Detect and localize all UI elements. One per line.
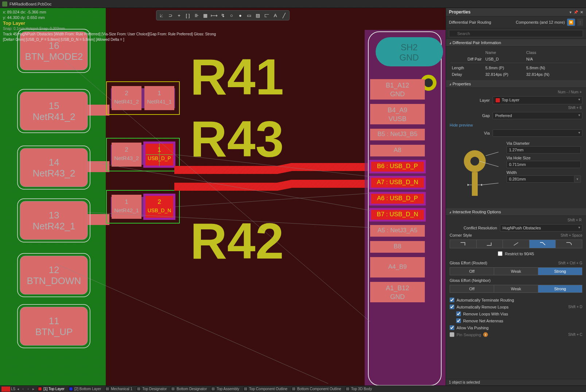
svg-point-1234 [236, 376, 237, 376]
gloss-neighbor-off[interactable]: Off [450, 285, 494, 293]
chk-via-push[interactable] [450, 325, 454, 330]
via-hole-input[interactable] [507, 161, 581, 168]
svg-point-780 [149, 253, 149, 253]
chk-remove-vias[interactable] [456, 311, 461, 316]
gloss-neighbor-strong[interactable]: Strong [538, 285, 582, 293]
layer-nav-next[interactable]: › [26, 387, 31, 391]
svg-point-266 [44, 376, 44, 376]
route-icon[interactable]: ↯ [219, 11, 227, 19]
svg-point-202 [35, 201, 35, 201]
layer-tab[interactable]: Top Assembly [209, 387, 241, 391]
pcb-canvas[interactable]: x: 89.024 dx: -5.366 mm y: 44.300 dy: 0.… [0, 8, 446, 385]
layer-tab[interactable]: Top Component Outline [241, 387, 290, 391]
svg-point-1614 [315, 236, 315, 236]
gloss-routed-weak[interactable]: Weak [494, 267, 538, 275]
svg-point-2029 [403, 17, 403, 17]
layer-nav-first[interactable]: ◂ [15, 387, 20, 391]
conflict-dropdown[interactable]: HugNPush Obstacles [500, 224, 582, 232]
layer-dropdown[interactable]: Top Layer [493, 96, 582, 104]
width-input[interactable] [507, 175, 574, 183]
properties-title: Properties [449, 9, 470, 15]
svg-point-626 [123, 61, 123, 61]
svg-point-779 [149, 244, 149, 245]
chk-remove-antennas[interactable] [456, 318, 461, 323]
diag-icon[interactable]: ▨ [254, 11, 262, 19]
circle-icon[interactable]: ○ [228, 11, 236, 19]
dpi-length-label[interactable]: Length [450, 65, 483, 71]
svg-point-639 [123, 174, 123, 175]
svg-point-1279 [245, 384, 245, 385]
layer-nav-last[interactable]: ▸ [31, 387, 36, 391]
svg-point-1832 [359, 218, 359, 218]
chk-remove-loops[interactable] [450, 304, 454, 309]
snap-icon[interactable]: ⊃ [166, 11, 174, 19]
corner-arc[interactable] [556, 240, 582, 248]
layer-tab[interactable]: [1] Top Layer [36, 387, 67, 391]
props-section-header[interactable]: Properties [446, 80, 586, 88]
via-diameter-label: Via Diameter [507, 141, 581, 145]
measure-icon[interactable]: ╱ [280, 11, 288, 19]
layer-tab[interactable]: Top Designator [135, 387, 169, 391]
svg-point-1712 [333, 323, 333, 323]
align-icon[interactable]: ⊪ [193, 11, 201, 19]
svg-point-1698 [333, 201, 333, 201]
gap-dropdown[interactable]: Preferred [493, 112, 582, 119]
corner-90-cw[interactable] [450, 240, 477, 248]
via-diameter-input[interactable] [507, 146, 581, 154]
layer-tab[interactable]: Mechanical 1 [103, 387, 135, 391]
layer-tab[interactable]: Bottom Designator [169, 387, 209, 391]
panel-mode-sub[interactable]: Components (and 12 more) [516, 20, 565, 24]
svg-point-1451 [280, 349, 280, 350]
gloss-routed-off[interactable]: Off [450, 267, 494, 275]
pin-icon[interactable]: ▾ [570, 10, 571, 14]
text-tool-icon[interactable]: A [271, 11, 279, 19]
crosshair-icon[interactable]: + [175, 11, 183, 19]
search-input[interactable] [449, 30, 583, 37]
bracket-icon[interactable]: [ ] [184, 11, 192, 19]
chart-icon[interactable]: ⫍ [263, 11, 271, 19]
dpi-section-body: Name Class Diff Pair USB_D N/A Length 5.… [446, 47, 586, 80]
ls-label[interactable]: LS [11, 387, 15, 391]
layer-nav-prev[interactable]: ‹ [20, 387, 26, 391]
via-dropdown[interactable] [493, 129, 582, 137]
svg-point-1228 [236, 323, 237, 323]
pcb-canvas-svg[interactable]: 16BTN_MODE215NetR41_214NetR43_213NetR42_… [0, 8, 446, 385]
corner-45-a[interactable] [503, 240, 529, 248]
svg-point-566 [105, 306, 105, 306]
dpi-delay-label[interactable]: Delay [450, 71, 483, 77]
panel-menu-icon[interactable]: ⋮ [577, 19, 583, 26]
document-title[interactable]: FMRadioBoard.PcbDoc [9, 2, 52, 6]
select-tool-icon[interactable]: ⟀ [158, 11, 166, 19]
square-icon[interactable]: ▭ [245, 11, 253, 19]
svg-point-1266 [245, 271, 245, 271]
dpi-diffpair-class[interactable]: N/A [525, 56, 582, 62]
hide-preview-link[interactable]: Hide preview [450, 123, 473, 127]
svg-point-327 [61, 139, 62, 140]
gloss-routed-strong[interactable]: Strong [538, 267, 582, 275]
svg-point-1685 [333, 87, 333, 87]
close-icon[interactable]: ✕ [580, 10, 583, 14]
restrict-9045-checkbox[interactable] [498, 251, 502, 256]
svg-point-1504 [298, 43, 298, 43]
grid-icon[interactable]: ▦ [201, 11, 209, 19]
svg-point-1675 [324, 384, 324, 385]
dimension-icon[interactable]: ⟼ [210, 11, 218, 19]
corner-90-ccw[interactable] [477, 240, 503, 248]
dock-icon[interactable]: 📌 [574, 10, 578, 14]
dpi-diffpair-name[interactable]: USB_D [484, 56, 524, 62]
gloss-neighbor-weak[interactable]: Weak [494, 285, 538, 293]
dpi-col-class: Class [525, 50, 582, 55]
dot-icon[interactable]: ● [236, 11, 244, 19]
chk-auto-terminate[interactable] [450, 298, 454, 302]
svg-point-2162 [429, 26, 429, 26]
active-layer-swatch[interactable] [1, 387, 10, 392]
dpi-section-header[interactable]: Differential Pair Information [446, 39, 586, 47]
svg-point-1570 [306, 236, 307, 236]
layer-tab[interactable]: Bottom Component Outline [290, 387, 344, 391]
corner-45-b[interactable] [529, 240, 556, 248]
layer-tab[interactable]: [2] Bottom Layer [67, 387, 103, 391]
filter-button[interactable]: 🔽 [567, 19, 575, 26]
width-dropdown-icon[interactable]: ▾ [574, 175, 581, 183]
layer-tab[interactable]: Top 3D Body [344, 387, 374, 391]
iro-section-header[interactable]: Interactive Routing Options [446, 208, 586, 216]
